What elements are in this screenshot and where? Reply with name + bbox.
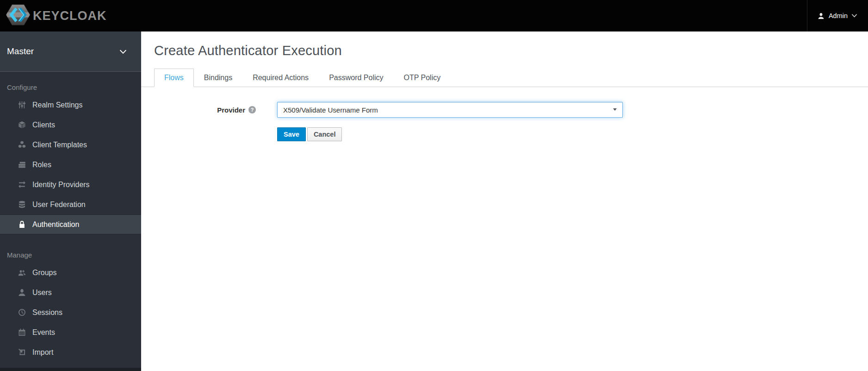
user-icon (818, 13, 825, 19)
sidebar-item-user-federation[interactable]: User Federation (0, 195, 141, 214)
chevron-down-icon (852, 14, 857, 18)
sidebar-item-label: Groups (32, 269, 56, 277)
provider-select[interactable]: X509/Validate Username Form (277, 102, 623, 118)
tab-bar: Flows Bindings Required Actions Password… (141, 68, 868, 87)
chevron-down-icon (120, 46, 126, 57)
tab-otp-policy[interactable]: OTP Policy (394, 69, 451, 87)
clock-icon (17, 308, 27, 316)
sidebar-item-client-templates[interactable]: Client Templates (0, 135, 141, 155)
sidebar-section-manage: Manage (7, 251, 141, 259)
sidebar-item-label: Clients (32, 121, 55, 129)
tab-flows[interactable]: Flows (154, 69, 194, 87)
tab-required-actions[interactable]: Required Actions (242, 69, 319, 87)
database-icon (17, 201, 27, 208)
sidebar-item-label: Identity Providers (32, 181, 90, 189)
sidebar-item-label: Roles (32, 161, 51, 169)
save-button[interactable]: Save (277, 127, 306, 141)
sidebar-item-realm-settings[interactable]: Realm Settings (0, 95, 141, 115)
sidebar-item-groups[interactable]: Groups (0, 263, 141, 283)
provider-row: Provider X509/Validate Username Form (154, 102, 868, 118)
sidebar-item-label: User Federation (32, 201, 86, 209)
keycloak-hexagon-icon (6, 4, 31, 27)
realm-selector[interactable]: Master (0, 31, 141, 72)
sidebar-item-clients[interactable]: Clients (0, 115, 141, 135)
cube-icon (17, 121, 27, 129)
form-actions: Save Cancel (277, 127, 868, 141)
sidebar-section-configure: Configure (7, 83, 141, 91)
sidebar-item-identity-providers[interactable]: Identity Providers (0, 175, 141, 195)
sidebar-item-label: Sessions (32, 308, 62, 317)
provider-label-box: Provider (154, 106, 256, 114)
sidebar-item-authentication[interactable]: Authentication (0, 214, 141, 234)
user-icon (17, 289, 27, 296)
user-menu[interactable]: Admin (807, 0, 868, 31)
lock-icon (17, 220, 27, 228)
exchange-icon (17, 181, 27, 189)
page-title: Create Authenticator Execution (154, 43, 868, 58)
provider-label: Provider (217, 106, 245, 114)
calendar-icon (17, 328, 27, 336)
sidebar-item-label: Import (32, 348, 53, 357)
import-icon (17, 348, 27, 356)
sidebar-item-users[interactable]: Users (0, 283, 141, 302)
main-content: Create Authenticator Execution Flows Bin… (141, 31, 868, 371)
sidebar-item-label: Users (32, 289, 52, 297)
sidebar-item-sessions[interactable]: Sessions (0, 302, 141, 322)
sidebar-item-label: Authentication (32, 220, 79, 229)
top-header: KEYCLOAK Admin (0, 0, 868, 31)
sidebar-item-roles[interactable]: Roles (0, 155, 141, 175)
sidebar-item-events[interactable]: Events (0, 322, 141, 342)
cubes-icon (17, 141, 27, 149)
create-execution-form: Provider X509/Validate Username Form Sav… (154, 102, 868, 141)
sidebar-item-import[interactable]: Import (0, 342, 141, 362)
cancel-button[interactable]: Cancel (307, 127, 342, 141)
group-icon (17, 269, 27, 277)
keycloak-logo[interactable]: KEYCLOAK (0, 4, 107, 27)
provider-select-wrap: X509/Validate Username Form (277, 102, 623, 118)
user-name: Admin (829, 12, 848, 19)
realm-name: Master (7, 46, 34, 57)
sidebar-bottom-strip (0, 368, 141, 371)
help-icon[interactable] (248, 106, 256, 113)
sliders-icon (17, 101, 27, 109)
sidebar: Master Configure Realm Settings Clients … (0, 31, 141, 371)
brand-text: KEYCLOAK (33, 9, 107, 23)
sidebar-item-label: Events (32, 328, 55, 337)
roles-icon (17, 161, 27, 169)
sidebar-item-label: Client Templates (32, 141, 87, 149)
tab-bindings[interactable]: Bindings (194, 69, 242, 87)
sidebar-item-label: Realm Settings (32, 101, 83, 109)
tab-password-policy[interactable]: Password Policy (319, 69, 393, 87)
